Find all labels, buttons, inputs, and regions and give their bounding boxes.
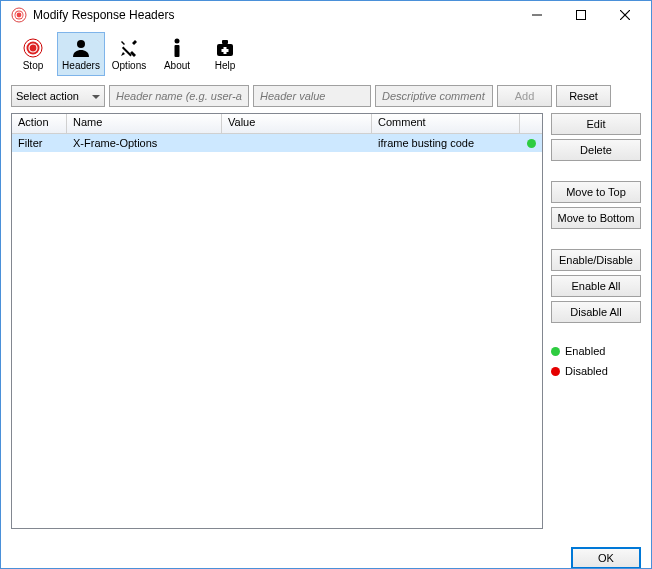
window-title: Modify Response Headers xyxy=(33,8,515,22)
col-name[interactable]: Name xyxy=(67,114,222,133)
legend-disabled: Disabled xyxy=(551,363,641,379)
svg-rect-15 xyxy=(222,49,229,52)
add-button[interactable]: Add xyxy=(497,85,552,107)
comment-input[interactable] xyxy=(375,85,493,107)
edit-button[interactable]: Edit xyxy=(551,113,641,135)
close-button[interactable] xyxy=(603,1,647,29)
maximize-button[interactable] xyxy=(559,1,603,29)
col-comment[interactable]: Comment xyxy=(372,114,520,133)
titlebar: Modify Response Headers xyxy=(1,1,651,29)
enable-all-button[interactable]: Enable All xyxy=(551,275,641,297)
chevron-down-icon xyxy=(92,90,100,102)
disable-all-button[interactable]: Disable All xyxy=(551,301,641,323)
table-row[interactable]: Filter X-Frame-Options iframe busting co… xyxy=(12,134,542,152)
side-panel: Edit Delete Move to Top Move to Bottom E… xyxy=(551,113,641,529)
select-action-dropdown[interactable]: Select action xyxy=(11,85,105,107)
col-status[interactable] xyxy=(520,114,542,133)
move-to-top-button[interactable]: Move to Top xyxy=(551,181,641,203)
svg-rect-13 xyxy=(222,40,228,44)
status-dot-enabled-icon xyxy=(527,139,536,148)
info-icon xyxy=(166,37,188,59)
col-value[interactable]: Value xyxy=(222,114,372,133)
enable-disable-button[interactable]: Enable/Disable xyxy=(551,249,641,271)
delete-button[interactable]: Delete xyxy=(551,139,641,161)
svg-rect-3 xyxy=(577,11,586,20)
bottom-bar: OK xyxy=(1,539,651,569)
stop-icon xyxy=(22,37,44,59)
header-name-input[interactable] xyxy=(109,85,249,107)
svg-rect-11 xyxy=(175,45,180,57)
help-button[interactable]: Help xyxy=(201,32,249,76)
header-value-input[interactable] xyxy=(253,85,371,107)
headers-table: Action Name Value Comment Filter X-Frame… xyxy=(11,113,543,529)
options-button[interactable]: Options xyxy=(105,32,153,76)
minimize-button[interactable] xyxy=(515,1,559,29)
app-icon xyxy=(11,7,27,23)
move-to-bottom-button[interactable]: Move to Bottom xyxy=(551,207,641,229)
person-icon xyxy=(70,37,92,59)
input-row: Select action Add Reset xyxy=(11,85,641,107)
svg-point-8 xyxy=(77,40,85,48)
stop-button[interactable]: Stop xyxy=(9,32,57,76)
medkit-icon xyxy=(214,37,236,59)
legend-enabled: Enabled xyxy=(551,343,641,359)
svg-point-10 xyxy=(175,39,180,44)
about-button[interactable]: About xyxy=(153,32,201,76)
green-dot-icon xyxy=(551,347,560,356)
headers-button[interactable]: Headers xyxy=(57,32,105,76)
svg-rect-9 xyxy=(122,47,132,57)
col-action[interactable]: Action xyxy=(12,114,67,133)
table-header: Action Name Value Comment xyxy=(12,114,542,134)
ok-button[interactable]: OK xyxy=(571,547,641,569)
reset-button[interactable]: Reset xyxy=(556,85,611,107)
red-dot-icon xyxy=(551,367,560,376)
tools-icon xyxy=(118,37,140,59)
toolbar: Stop Headers Options About Help xyxy=(1,29,651,79)
